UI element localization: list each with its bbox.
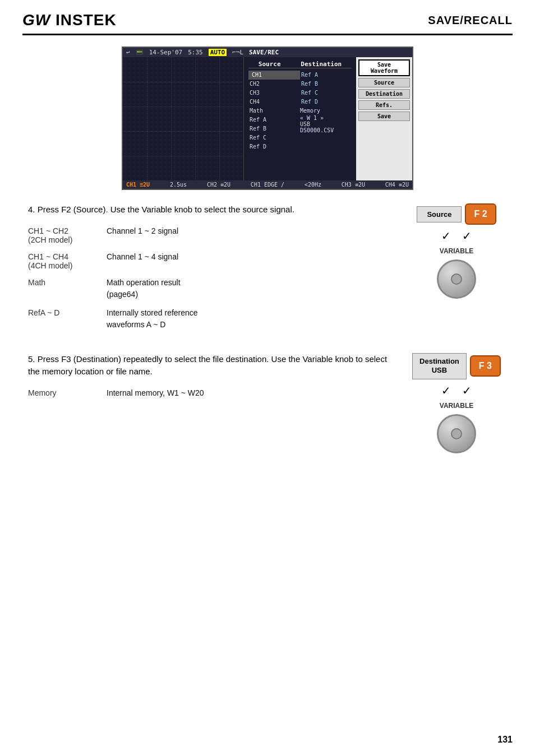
scope-grid bbox=[123, 57, 244, 180]
save-btn: Save bbox=[358, 112, 410, 121]
step-5-text: 5. Press F3 (Destination) repeatedly to … bbox=[28, 353, 395, 378]
dest-usb-fkey-label: Destination USB bbox=[412, 353, 467, 380]
page-header: GW INSTEK SAVE/RECALL bbox=[22, 11, 513, 35]
option-row: RefA ~ D Internally stored referencewave… bbox=[28, 307, 395, 331]
scope-menu-panel: Source Destination CH1 CH2 CH3 CH4 Math … bbox=[244, 57, 356, 180]
step-4-right: Source F 2 ✓ ✓ VARIABLE bbox=[406, 203, 507, 337]
page-number: 131 bbox=[497, 735, 513, 745]
variable-knob-4[interactable] bbox=[437, 259, 476, 299]
source-btn: Source bbox=[358, 78, 410, 87]
destination-btn: Destination bbox=[358, 89, 410, 99]
step-4: 4. Press F2 (Source). Use the Variable k… bbox=[28, 203, 507, 337]
scope-topbar: ↩ 📟 14-Sep'07 5:35 AUTO ⌐¬L SAVE/REC bbox=[123, 48, 412, 57]
logo: GW INSTEK bbox=[22, 11, 117, 29]
step-5-left: 5. Press F3 (Destination) repeatedly to … bbox=[28, 353, 395, 454]
step-5: 5. Press F3 (Destination) repeatedly to … bbox=[28, 353, 507, 454]
source-fkey-label: Source bbox=[417, 206, 462, 222]
scope-screenshot: ↩ 📟 14-Sep'07 5:35 AUTO ⌐¬L SAVE/REC bbox=[22, 47, 513, 190]
refs-btn: Refs. bbox=[358, 100, 410, 110]
main-content: 4. Press F2 (Source). Use the Variable k… bbox=[22, 203, 513, 453]
scope-bottombar: CH1 ≡2U 2.5us CH2 ≡2U CH1 EDGE / <20Hz C… bbox=[123, 180, 412, 189]
scope-right-buttons: Save Waveform Source Destination Refs. S… bbox=[356, 57, 412, 180]
step-4-options: CH1 ~ CH2(2CH model) Channel 1 ~ 2 signa… bbox=[28, 225, 395, 331]
variable-label-5: VARIABLE bbox=[440, 402, 473, 410]
step-4-left: 4. Press F2 (Source). Use the Variable k… bbox=[28, 203, 395, 337]
svg-rect-1 bbox=[123, 57, 243, 180]
option-row: CH1 ~ CH2(2CH model) Channel 1 ~ 2 signa… bbox=[28, 225, 395, 244]
scope-body: Source Destination CH1 CH2 CH3 CH4 Math … bbox=[123, 57, 412, 180]
variable-arrows-4: ✓ ✓ bbox=[441, 229, 472, 243]
step-5-fkey-group: Destination USB F 3 bbox=[412, 353, 501, 380]
step-4-text: 4. Press F2 (Source). Use the Variable k… bbox=[28, 203, 395, 216]
variable-knob-5[interactable] bbox=[437, 414, 476, 453]
scope-screen: ↩ 📟 14-Sep'07 5:35 AUTO ⌐¬L SAVE/REC bbox=[122, 47, 413, 190]
step-4-fkey-group: Source F 2 bbox=[417, 203, 496, 225]
option-row: CH1 ~ CH4(4CH model) Channel 1 ~ 4 signa… bbox=[28, 251, 395, 270]
option-row: Memory Internal memory, W1 ~ W20 bbox=[28, 387, 395, 399]
step-5-options: Memory Internal memory, W1 ~ W20 bbox=[28, 387, 395, 399]
step-5-right: Destination USB F 3 ✓ ✓ VARIABLE bbox=[406, 353, 507, 454]
f3-button: F 3 bbox=[470, 355, 501, 377]
save-waveform-btn: Save Waveform bbox=[358, 59, 410, 76]
f2-button: F 2 bbox=[465, 203, 496, 225]
page-title: SAVE/RECALL bbox=[428, 14, 513, 27]
option-row: Math Math operation result(page64) bbox=[28, 277, 395, 300]
variable-arrows-5: ✓ ✓ bbox=[441, 384, 472, 397]
variable-label-4: VARIABLE bbox=[440, 247, 473, 255]
